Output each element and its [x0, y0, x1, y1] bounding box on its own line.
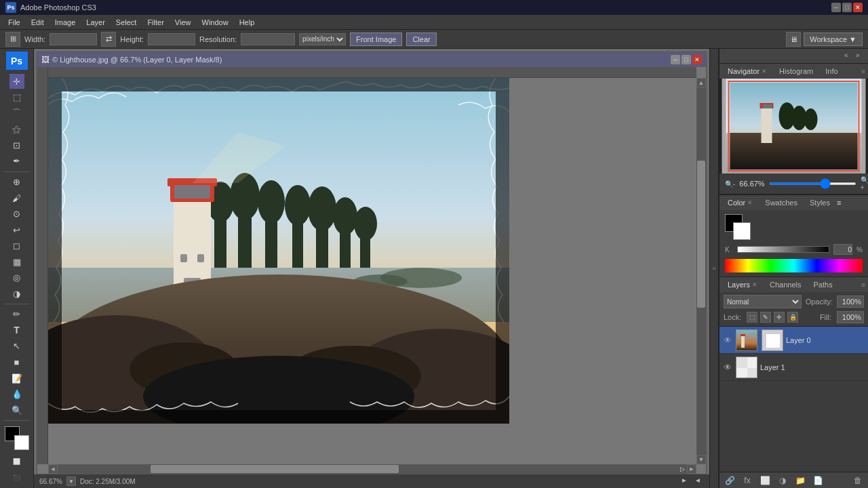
navigator-panel-options[interactable]: ≡: [861, 68, 865, 75]
lock-all[interactable]: 🔒: [787, 312, 798, 323]
path-select-tool[interactable]: ↖: [9, 339, 24, 354]
menu-item-help[interactable]: Help: [234, 17, 260, 28]
canvas-close-button[interactable]: ✕: [692, 55, 702, 64]
tab-channels[interactable]: Channels: [764, 279, 806, 290]
tab-navigator[interactable]: Navigator ✕: [722, 66, 772, 77]
panel-expand-btn[interactable]: »: [856, 52, 865, 61]
scroll-down-arrow[interactable]: ▼: [696, 455, 706, 464]
close-button[interactable]: ✕: [853, 3, 863, 12]
layers-tab-close[interactable]: ✕: [752, 281, 757, 288]
clone-stamp-tool[interactable]: ⊙: [9, 207, 24, 222]
color-tab-close[interactable]: ✕: [747, 199, 753, 206]
lock-image-pixels[interactable]: ✎: [760, 312, 771, 323]
front-image-button[interactable]: Front Image: [350, 33, 402, 46]
scroll-thumb-h[interactable]: [151, 465, 399, 473]
zoom-in-icon[interactable]: 🔍+: [861, 176, 868, 191]
scroll-right-nav[interactable]: ►: [681, 476, 690, 486]
menu-item-image[interactable]: Image: [50, 17, 81, 28]
new-layer-icon[interactable]: 📄: [812, 474, 824, 487]
menu-item-select[interactable]: Select: [111, 17, 142, 28]
fill-input[interactable]: [837, 311, 864, 323]
minimize-button[interactable]: ─: [831, 3, 841, 12]
maximize-button[interactable]: □: [842, 3, 852, 12]
clear-button[interactable]: Clear: [406, 33, 436, 46]
lock-position[interactable]: ✛: [774, 312, 785, 323]
scroll-left-arrow[interactable]: ◄: [48, 464, 58, 474]
color-panel-options[interactable]: ≡: [837, 199, 841, 207]
brush-tool[interactable]: 🖌: [9, 190, 24, 205]
menu-item-filter[interactable]: Filter: [142, 17, 169, 28]
right-collapse-bar[interactable]: »: [709, 49, 719, 488]
canvas-maximize-button[interactable]: □: [682, 55, 691, 64]
new-group-icon[interactable]: 📁: [794, 474, 806, 487]
tab-histogram[interactable]: Histogram: [774, 66, 818, 77]
screen-mode[interactable]: ⬛: [9, 470, 24, 485]
lasso-tool[interactable]: ⌒: [9, 106, 24, 121]
dodge-tool[interactable]: ◑: [9, 287, 24, 302]
layer-row-0[interactable]: 👁: [719, 327, 868, 354]
menu-item-layer[interactable]: Layer: [81, 17, 111, 28]
tab-color[interactable]: Color ✕: [722, 197, 758, 208]
menu-item-window[interactable]: Window: [197, 17, 234, 28]
menu-item-view[interactable]: View: [170, 17, 197, 28]
layer-link-icon[interactable]: 🔗: [724, 474, 736, 487]
background-color[interactable]: [14, 435, 29, 450]
eraser-tool[interactable]: ◻: [9, 239, 24, 253]
quick-mask-mode[interactable]: ⬜: [9, 454, 24, 469]
layer-fx-icon[interactable]: fx: [741, 474, 753, 487]
unit-select[interactable]: pixels/inch pixels/cm: [299, 33, 346, 45]
vertical-scrollbar[interactable]: ▲ ▼: [696, 78, 706, 464]
tab-layers[interactable]: Layers ✕: [722, 279, 763, 290]
blur-tool[interactable]: ◎: [9, 270, 24, 285]
new-fill-icon[interactable]: ◑: [776, 474, 789, 487]
marquee-tool[interactable]: ⬚: [9, 90, 24, 105]
eyedropper-tool-2[interactable]: 💧: [9, 387, 24, 402]
layer-row-1[interactable]: 👁 Layer 1: [719, 354, 868, 381]
notes-tool[interactable]: 📝: [9, 371, 24, 386]
navigator-tab-close[interactable]: ✕: [762, 68, 767, 75]
width-input[interactable]: [50, 33, 97, 45]
k-value-input[interactable]: [833, 244, 852, 255]
scroll-thumb-v[interactable]: [697, 161, 705, 308]
pen-tool[interactable]: ✏: [9, 307, 24, 322]
gradient-tool[interactable]: ▦: [9, 254, 24, 269]
scroll-right-arrow[interactable]: ►: [687, 464, 696, 474]
tab-swatches[interactable]: Swatches: [760, 197, 803, 208]
k-slider[interactable]: [737, 246, 829, 253]
scroll-up-arrow[interactable]: ▲: [696, 78, 706, 87]
healing-brush-tool[interactable]: ⊕: [9, 175, 24, 190]
scroll-corner[interactable]: ▷: [677, 464, 687, 474]
resolution-input[interactable]: [241, 33, 295, 45]
menu-item-edit[interactable]: Edit: [26, 17, 50, 28]
swap-icon[interactable]: ⇄: [101, 32, 116, 47]
zoom-slider[interactable]: [769, 182, 856, 185]
workspace-button[interactable]: Workspace ▼: [804, 33, 863, 46]
tab-styles[interactable]: Styles: [804, 197, 835, 208]
lock-transparent-pixels[interactable]: ⬚: [747, 312, 757, 323]
add-mask-icon[interactable]: ⬜: [759, 474, 771, 487]
menu-item-file[interactable]: File: [3, 17, 26, 28]
shape-tool[interactable]: ■: [9, 355, 24, 370]
blend-mode-select[interactable]: Normal Dissolve Multiply Screen Overlay: [724, 295, 802, 308]
layer-1-visibility[interactable]: 👁: [722, 362, 733, 373]
crop-tool[interactable]: ⊡: [9, 138, 24, 153]
crop-tool-icon[interactable]: ⊞: [5, 32, 20, 47]
opacity-input[interactable]: [837, 296, 864, 308]
canvas-minimize-button[interactable]: ─: [671, 55, 680, 64]
height-input[interactable]: [148, 33, 195, 45]
move-tool[interactable]: ✛: [9, 74, 24, 89]
scroll-left-nav[interactable]: ◄: [694, 476, 704, 486]
zoom-menu-btn[interactable]: ▼: [66, 476, 76, 486]
panel-collapse-btn[interactable]: «: [844, 52, 854, 61]
layers-panel-options[interactable]: ≡: [861, 281, 865, 289]
quick-select-tool[interactable]: ⚝: [9, 122, 24, 137]
background-swatch[interactable]: [733, 222, 751, 240]
horizontal-scrollbar[interactable]: ◄ ▷ ►: [48, 464, 696, 474]
eyedropper-tool[interactable]: ✒: [9, 154, 24, 169]
type-tool[interactable]: T: [9, 323, 24, 338]
color-spectrum-bar[interactable]: [725, 259, 863, 272]
zoom-tool[interactable]: 🔍: [9, 403, 24, 418]
zoom-out-icon[interactable]: 🔍-: [725, 180, 735, 188]
tab-info[interactable]: Info: [820, 66, 843, 77]
history-brush-tool[interactable]: ↩: [9, 222, 24, 237]
